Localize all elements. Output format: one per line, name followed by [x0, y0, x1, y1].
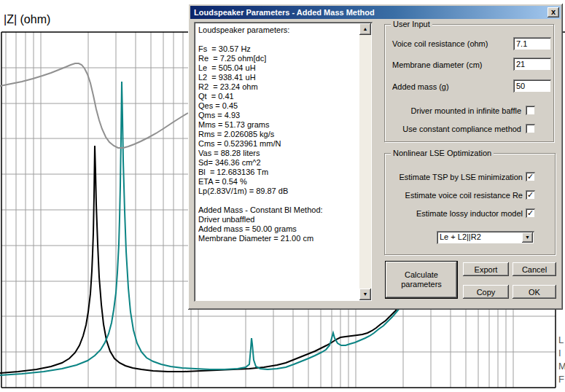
lse-optimization-group: Nonlinear LSE Optimization Estimate TSP …	[384, 153, 556, 255]
infinite-baffle-label: Driver mounted in infinite baffle	[411, 106, 521, 115]
scroll-down-icon[interactable]: ▼	[359, 289, 371, 300]
membrane-diameter-label: Membrane diameter (cm)	[392, 60, 482, 69]
parameters-report-text: Loudspeaker parameters: Fs = 30.57 Hz Re…	[198, 26, 358, 299]
lse-optimization-legend: Nonlinear LSE Optimization	[391, 149, 494, 157]
membrane-diameter-input[interactable]: 21	[513, 58, 551, 71]
voice-coil-resistance-input[interactable]: 7.1	[513, 37, 551, 50]
clipped-side-text: L I M F	[558, 334, 565, 386]
user-input-legend: User Input	[391, 20, 432, 28]
estimate-lossy-inductor-label: Estimate lossy inductor model	[416, 209, 523, 218]
dialog-title: Loudspeaker Parameters - Added Mass Meth…	[194, 8, 375, 17]
estimate-lossy-inductor-checkbox[interactable]: ✓	[526, 208, 535, 218]
calculate-parameters-button[interactable]: Calculate parameters	[385, 261, 458, 299]
cancel-button[interactable]: Cancel	[513, 262, 556, 276]
estimate-re-checkbox[interactable]: ✓	[526, 190, 535, 200]
infinite-baffle-checkbox[interactable]	[526, 106, 535, 115]
report-scrollbar[interactable]: ▲ ▼	[359, 23, 371, 300]
estimate-re-label: Estimate voice coil resistance Re	[405, 191, 523, 200]
constant-compliance-label: Use constant compliance method	[402, 125, 521, 133]
inductor-model-value: Le + L2||R2	[440, 232, 481, 241]
added-mass-label: Added mass (g)	[392, 82, 449, 91]
parameters-report[interactable]: Loudspeaker parameters: Fs = 30.57 Hz Re…	[194, 22, 373, 302]
estimate-tsp-label: Estimate TSP by LSE minimization	[399, 173, 523, 181]
constant-compliance-checkbox[interactable]	[526, 124, 535, 133]
series-phase-curve	[0, 63, 188, 148]
close-icon[interactable]: x	[548, 7, 559, 17]
estimate-tsp-checkbox[interactable]: ✓	[526, 172, 535, 181]
export-button[interactable]: Export	[463, 262, 509, 276]
chevron-down-icon[interactable]: ▼	[522, 232, 533, 243]
scroll-up-icon[interactable]: ▲	[359, 23, 371, 35]
loudspeaker-parameters-dialog: Loudspeaker Parameters - Added Mass Meth…	[188, 4, 563, 310]
limp-app-window: |Z| (ohm) L I M F Loudspeaker Parameters…	[0, 0, 565, 392]
user-input-group: User Input Voice coil resistance (ohm) 7…	[384, 24, 554, 142]
inductor-model-select[interactable]: Le + L2||R2 ▼	[437, 231, 534, 244]
voice-coil-resistance-label: Voice coil resistance (ohm)	[392, 39, 488, 48]
dialog-titlebar[interactable]: Loudspeaker Parameters - Added Mass Meth…	[190, 6, 561, 19]
added-mass-input[interactable]: 50	[513, 79, 551, 93]
copy-button[interactable]: Copy	[463, 285, 509, 299]
ok-button[interactable]: OK	[513, 285, 556, 299]
